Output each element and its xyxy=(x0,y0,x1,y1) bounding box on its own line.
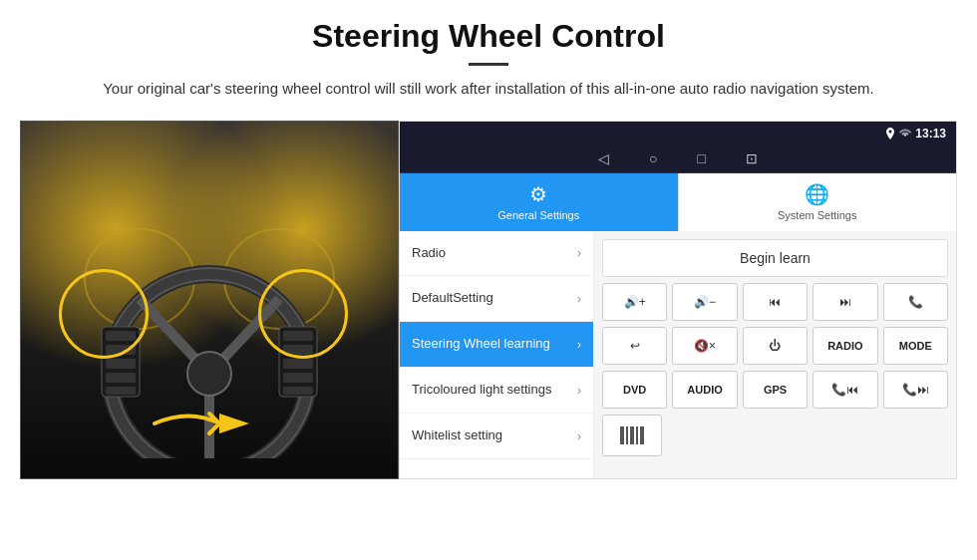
vol-down-icon: 🔊− xyxy=(694,295,716,309)
page-title: Steering Wheel Control xyxy=(40,18,937,55)
call-icon: 📞 xyxy=(908,295,923,309)
general-tab-label: General Settings xyxy=(497,209,579,221)
main-content: Radio › DefaultSetting › Steering Wheel … xyxy=(400,231,956,478)
svg-rect-22 xyxy=(620,426,624,444)
audio-btn[interactable]: AUDIO xyxy=(672,371,737,409)
menu-item-radio[interactable]: Radio › xyxy=(400,231,593,277)
wifi-icon xyxy=(899,129,911,139)
call-prev-icon: 📞⏮ xyxy=(831,383,858,397)
power-icon: ⏻ xyxy=(769,339,781,353)
default-chevron-icon: › xyxy=(577,292,581,306)
menu-item-whitelist[interactable]: Whitelist setting › xyxy=(400,414,593,459)
title-divider xyxy=(469,63,508,66)
svg-rect-18 xyxy=(283,359,313,369)
prev-track-icon: ⏮ xyxy=(769,295,781,309)
mute-btn[interactable]: 🔇× xyxy=(672,327,737,365)
menu-radio-label: Radio xyxy=(412,245,446,262)
page-subtitle: Your original car's steering wheel contr… xyxy=(100,78,877,101)
radio-ctrl-btn[interactable]: RADIO xyxy=(813,327,877,365)
car-image xyxy=(20,121,399,479)
tab-system[interactable]: 🌐 System Settings xyxy=(678,173,957,231)
car-placeholder xyxy=(21,122,398,478)
button-row-3: DVD AUDIO GPS 📞⏮ 📞⏭ xyxy=(602,371,948,409)
hang-up-icon: ↩ xyxy=(630,339,640,353)
call-next-icon: 📞⏭ xyxy=(902,383,929,397)
menu-item-default[interactable]: DefaultSetting › xyxy=(400,276,593,322)
gps-label: GPS xyxy=(764,384,787,396)
general-settings-icon: ⚙ xyxy=(529,182,547,206)
svg-rect-25 xyxy=(636,426,638,444)
svg-rect-19 xyxy=(283,373,313,383)
vol-up-btn[interactable]: 🔊+ xyxy=(602,283,667,321)
recents-nav-icon[interactable]: □ xyxy=(698,150,706,166)
mute-icon: 🔇× xyxy=(694,339,716,353)
vol-down-btn[interactable]: 🔊− xyxy=(672,283,737,321)
menu-default-label: DefaultSetting xyxy=(412,290,493,307)
highlight-right xyxy=(258,269,348,359)
highlight-left xyxy=(59,269,149,359)
dvd-label: DVD xyxy=(623,384,646,396)
mode-label: MODE xyxy=(899,340,932,352)
status-bar: 13:13 xyxy=(400,122,956,145)
scan-icon xyxy=(618,423,646,447)
status-time: 13:13 xyxy=(915,127,946,140)
gps-btn[interactable]: GPS xyxy=(743,371,808,409)
system-tab-label: System Settings xyxy=(778,209,856,221)
menu-whitelist-label: Whitelist setting xyxy=(412,427,502,444)
menu-item-tricoloured[interactable]: Tricoloured light settings › xyxy=(400,368,593,414)
next-track-icon: ⏭ xyxy=(839,295,851,309)
location-icon xyxy=(885,128,895,140)
begin-learn-button[interactable]: Begin learn xyxy=(602,239,948,277)
left-menu: Radio › DefaultSetting › Steering Wheel … xyxy=(400,231,594,478)
svg-rect-13 xyxy=(106,373,136,383)
menu-item-steering[interactable]: Steering Wheel learning › xyxy=(400,322,593,368)
svg-rect-24 xyxy=(630,426,634,444)
hang-up-btn[interactable]: ↩ xyxy=(602,327,667,365)
svg-rect-14 xyxy=(106,387,136,395)
button-row-1: 🔊+ 🔊− ⏮ ⏭ 📞 xyxy=(602,283,948,321)
vol-up-icon: 🔊+ xyxy=(624,295,646,309)
scan-btn[interactable] xyxy=(602,415,662,456)
svg-rect-26 xyxy=(640,426,644,444)
prev-track-btn[interactable]: ⏮ xyxy=(743,283,808,321)
dvd-btn[interactable]: DVD xyxy=(602,371,667,409)
svg-point-8 xyxy=(187,352,231,396)
svg-rect-23 xyxy=(626,426,628,444)
whitelist-chevron-icon: › xyxy=(577,429,581,443)
next-track-btn[interactable]: ⏭ xyxy=(813,283,877,321)
menu-steering-label: Steering Wheel learning xyxy=(412,336,550,353)
steering-chevron-icon: › xyxy=(577,338,581,352)
status-icons: 13:13 xyxy=(885,127,946,140)
tab-general[interactable]: ⚙ General Settings xyxy=(400,173,678,231)
content-area: 13:13 ◁ ○ □ ⊡ ⚙ General Settings 🌐 Syste… xyxy=(0,111,977,489)
svg-rect-20 xyxy=(283,387,313,395)
svg-rect-12 xyxy=(106,359,136,369)
nav-bar: ◁ ○ □ ⊡ xyxy=(400,145,956,173)
power-btn[interactable]: ⏻ xyxy=(743,327,808,365)
call-prev-btn[interactable]: 📞⏮ xyxy=(813,371,877,409)
android-ui: 13:13 ◁ ○ □ ⊡ ⚙ General Settings 🌐 Syste… xyxy=(399,121,957,479)
top-tabs: ⚙ General Settings 🌐 System Settings xyxy=(400,173,956,231)
button-row-2: ↩ 🔇× ⏻ RADIO MODE xyxy=(602,327,948,365)
radio-label: RADIO xyxy=(827,340,862,352)
menu-tricoloured-label: Tricoloured light settings xyxy=(412,382,551,399)
cast-nav-icon[interactable]: ⊡ xyxy=(746,150,758,166)
back-nav-icon[interactable]: ◁ xyxy=(598,150,609,166)
home-nav-icon[interactable]: ○ xyxy=(649,150,657,166)
system-settings-icon: 🌐 xyxy=(805,182,829,206)
audio-label: AUDIO xyxy=(687,384,722,396)
radio-chevron-icon: › xyxy=(577,246,581,260)
call-btn[interactable]: 📞 xyxy=(883,283,948,321)
tricoloured-chevron-icon: › xyxy=(577,384,581,398)
call-next-btn[interactable]: 📞⏭ xyxy=(883,371,948,409)
arrow-overlay xyxy=(150,399,269,448)
right-panel: Begin learn 🔊+ 🔊− ⏮ ⏭ xyxy=(594,231,956,478)
scan-row xyxy=(602,415,948,456)
mode-btn[interactable]: MODE xyxy=(883,327,948,365)
svg-marker-21 xyxy=(219,414,249,433)
begin-learn-row: Begin learn xyxy=(602,239,948,277)
page-header: Steering Wheel Control Your original car… xyxy=(0,0,977,111)
